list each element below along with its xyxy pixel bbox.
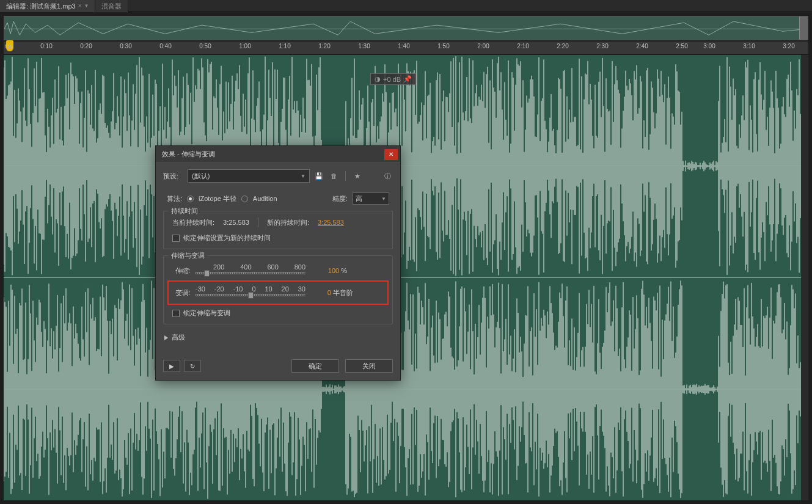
duration-section: 持续时间 当前持续时间: 3:25.583 新的持续时间: 3:25.583 锁… xyxy=(163,211,393,249)
close-icon[interactable]: ✕ xyxy=(384,149,398,160)
tab-mixer[interactable]: 混音器 xyxy=(95,0,128,12)
timeline-tick: 0:30 xyxy=(120,43,131,49)
slider-tick: -10 xyxy=(233,285,243,293)
timeline-tick: 0:20 xyxy=(80,43,92,49)
timeline-tick: 3:10 xyxy=(743,43,755,49)
timeline-tick: 0:40 xyxy=(159,43,171,49)
slider-tick: -20 xyxy=(214,285,224,293)
current-duration-value: 3:25.583 xyxy=(223,219,249,226)
separator xyxy=(345,171,346,181)
stretch-unit: % xyxy=(341,267,347,274)
tab-editor-label: 编辑器: 测试音频1.mp3 xyxy=(6,1,76,11)
chevron-down-icon: ▼ xyxy=(301,173,305,179)
knob-icon: ◑ xyxy=(375,75,381,83)
timeline-tick: 1:30 xyxy=(358,43,370,49)
favorite-icon[interactable]: ★ xyxy=(352,170,363,181)
lock-duration-label: 锁定伸缩设置为新的持续时间 xyxy=(183,233,271,243)
timeline-tick: 2:40 xyxy=(636,43,648,49)
radio-audition-label: Audition xyxy=(253,195,277,202)
slider-tick: -30 xyxy=(196,285,205,293)
stretch-slider[interactable]: . 200 400 600 800 xyxy=(196,263,305,278)
close-icon[interactable]: × xyxy=(78,1,82,11)
preview-play-button[interactable]: ▶ xyxy=(163,360,180,372)
pitch-slider-thumb[interactable] xyxy=(248,292,254,299)
ok-button[interactable]: 确定 xyxy=(291,359,339,373)
lock-duration-row: 锁定伸缩设置为新的持续时间 xyxy=(170,233,386,243)
timeline-tick: 2:30 xyxy=(596,43,608,49)
pitch-slider-row: 变调: -30 -20 -10 0 10 20 30 xyxy=(170,284,386,301)
delete-preset-icon[interactable]: 🗑 xyxy=(328,170,339,181)
close-button[interactable]: 关闭 xyxy=(345,359,393,373)
pitch-label: 变调: xyxy=(170,288,191,298)
amplitude-scrollbar[interactable] xyxy=(801,55,808,500)
slider-tick: 800 xyxy=(294,263,305,271)
radio-audition[interactable] xyxy=(241,195,248,202)
pitch-unit: 半音阶 xyxy=(333,289,353,296)
timeline-tick: 2:50 xyxy=(676,43,687,49)
new-duration-label: 新的持续时间: xyxy=(267,218,309,227)
tab-mixer-label: 混音器 xyxy=(101,1,122,11)
precision-value: 高 xyxy=(356,194,362,203)
preset-row: 预设: (默认) ▼ 💾 🗑 ★ ⓘ xyxy=(163,169,393,183)
slider-tick: 20 xyxy=(282,285,289,293)
stretch-label: 伸缩: xyxy=(170,266,191,276)
timeline-tick: 0:10 xyxy=(40,43,52,49)
timeline-tick: 3:00 xyxy=(703,43,715,49)
slider-tick: 10 xyxy=(265,285,272,293)
overview-scroll-handle[interactable] xyxy=(799,16,808,40)
tab-editor[interactable]: 编辑器: 测试音频1.mp3 × ▼ xyxy=(0,0,95,12)
current-duration-label: 当前持续时间: xyxy=(172,218,214,227)
separator xyxy=(258,217,258,227)
stretch-slider-thumb[interactable] xyxy=(204,270,210,277)
loop-button[interactable]: ↻ xyxy=(184,360,201,372)
slider-tick: 600 xyxy=(267,263,278,271)
stretch-slider-row: 伸缩: . 200 400 600 800 100 % xyxy=(170,262,386,279)
precision-label: 精度: xyxy=(332,194,348,203)
window-tabs: 编辑器: 测试音频1.mp3 × ▼ 混音器 xyxy=(0,0,812,12)
pin-icon[interactable]: 📌 xyxy=(403,75,412,83)
lock-stretch-pitch-checkbox[interactable] xyxy=(172,310,180,317)
dialog-titlebar[interactable]: 效果 - 伸缩与变调 ✕ xyxy=(156,146,400,163)
radio-izotope-label: iZotope 半径 xyxy=(199,194,236,203)
overview-wave-svg xyxy=(4,16,808,40)
preset-label: 预设: xyxy=(163,172,184,181)
timeline-tick: 1:00 xyxy=(239,43,251,49)
advanced-label: 高级 xyxy=(172,333,185,342)
chevron-right-icon xyxy=(164,335,168,340)
stretch-pitch-section: 伸缩与变调 伸缩: . 200 400 600 800 100 % xyxy=(163,255,393,324)
floating-gain-toolbar[interactable]: ◑ +0 dB 📌 xyxy=(370,73,416,85)
timeline-tick: 2:00 xyxy=(477,43,489,49)
pitch-slider[interactable]: -30 -20 -10 0 10 20 30 xyxy=(196,285,305,300)
stretch-value[interactable]: 100 xyxy=(328,267,339,274)
pitch-row-highlight: 变调: -30 -20 -10 0 10 20 30 xyxy=(167,280,389,305)
pitch-value[interactable]: 0 xyxy=(327,289,331,296)
timeline-tick: 1:40 xyxy=(398,43,409,49)
timeline-tick: 1:10 xyxy=(279,43,290,49)
waveform-svg xyxy=(4,55,808,500)
slider-tick: 400 xyxy=(240,263,251,271)
algorithm-label: 算法: xyxy=(167,194,182,203)
timeline-unit: ms xyxy=(4,43,12,49)
lock-stretch-pitch-label: 锁定伸缩与变调 xyxy=(183,309,230,318)
chevron-down-icon[interactable]: ▼ xyxy=(84,1,89,11)
dialog-footer: ▶ ↻ 确定 关闭 xyxy=(156,354,400,380)
lock-duration-checkbox[interactable] xyxy=(172,235,180,242)
waveform-editor[interactable]: ◑ +0 dB 📌 xyxy=(4,55,808,500)
ok-label: 确定 xyxy=(309,362,322,371)
timeline-tick: 2:10 xyxy=(517,43,529,49)
help-icon[interactable]: ⓘ xyxy=(382,170,393,181)
dialog-title-text: 效果 - 伸缩与变调 xyxy=(162,150,215,159)
timeline-ruler[interactable]: ms 0:10 0:20 0:30 0:40 0:50 1:00 1:10 1:… xyxy=(4,42,808,55)
chevron-down-icon: ▼ xyxy=(381,196,386,202)
preset-value: (默认) xyxy=(192,172,210,181)
save-preset-icon[interactable]: 💾 xyxy=(313,170,324,181)
new-duration-value[interactable]: 3:25.583 xyxy=(318,219,344,226)
preset-select[interactable]: (默认) ▼ xyxy=(188,169,310,183)
precision-select[interactable]: 高 ▼ xyxy=(353,192,389,205)
advanced-toggle[interactable]: 高级 xyxy=(163,331,393,348)
timeline-tick: 1:20 xyxy=(318,43,330,49)
gain-value: +0 dB xyxy=(383,76,401,83)
overview-waveform[interactable] xyxy=(4,16,808,40)
radio-izotope[interactable] xyxy=(187,195,194,202)
duration-values-row: 当前持续时间: 3:25.583 新的持续时间: 3:25.583 xyxy=(170,217,386,227)
